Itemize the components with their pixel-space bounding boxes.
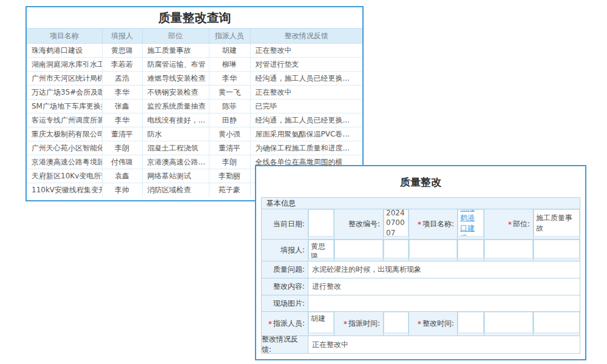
basic-info-section-header: 基本信息 <box>262 198 580 209</box>
reporter-link[interactable]: 李若若 <box>102 58 142 72</box>
form-row-basic: 当前日期: 整改编号: 2024070007 * 项目名称: 珠海鹤港口建设 <box>262 209 580 240</box>
project-name-link[interactable]: SM广场地下车库更换摄像 <box>27 99 102 113</box>
reporter-cell: 黄思璐 <box>308 240 334 261</box>
feedback-text: 对管进行垫支 <box>250 58 362 72</box>
rect-no-label: 整改编号: <box>334 209 384 239</box>
assignee-link[interactable]: 柳琳 <box>209 58 250 72</box>
col-header-part: 部位 <box>142 29 209 44</box>
feedback-text: 正在整改中 <box>250 86 362 99</box>
empty-field[interactable] <box>534 312 580 333</box>
reporter-label: 填报人: <box>262 240 308 261</box>
reporter-link[interactable]: 孟浩 <box>102 72 142 86</box>
assign-time-field[interactable] <box>384 312 409 333</box>
feedback-label: 整改情况反馈: <box>262 336 308 353</box>
project-name-label: * 项目名称: <box>409 209 458 239</box>
assign-time-label: * 指派时间: <box>334 312 384 335</box>
empty-cell <box>458 240 484 261</box>
reporter-link[interactable]: 袁鑫 <box>102 169 142 183</box>
query-table-header-row: 项目名称 填报人 部位 指派人员 整改情况反馈 <box>27 29 362 44</box>
project-name-link[interactable]: 110kV安徽线程集变开断线 <box>27 183 102 197</box>
reporter-link[interactable]: 李华 <box>102 113 142 127</box>
table-row: 广州天心苑小区智能化系统李朗混凝土工程浇筑董清平为确保工程施工质量和进度... <box>27 141 362 155</box>
table-row: 广州市天河区统计局机房改孟浩难燃导线安装检查李华经沟通，施工人员已经更换... <box>27 72 362 86</box>
assignee-link[interactable]: 李华 <box>209 72 250 86</box>
content-field[interactable]: 进行整改 <box>308 278 580 295</box>
table-row: 重庆太极制药有限公司亳州董清平防水黄小强屋面采用聚氨酯保温PVC卷... <box>27 127 362 141</box>
reporter-link[interactable]: 李朗 <box>102 141 142 155</box>
col-header-project: 项目名称 <box>27 29 102 44</box>
project-name-link[interactable]: 京港澳高速公路粤境韶关至 <box>27 155 102 169</box>
assignee-link[interactable]: 董清平 <box>209 141 250 155</box>
form-panel-title: 质量整改 <box>256 166 585 197</box>
photo-field[interactable] <box>308 295 580 311</box>
reporter-link[interactable]: 李华 <box>102 86 142 99</box>
required-marker: * <box>344 320 347 328</box>
assign-time-cell <box>384 312 409 335</box>
assignee-link[interactable]: 黄一飞 <box>209 86 250 99</box>
empty-field[interactable] <box>334 240 383 258</box>
form-row-reporter: 填报人: 黄思璐 <box>262 240 580 261</box>
empty-field[interactable] <box>484 240 533 258</box>
feedback-text: 经沟通，施工人员已经更换... <box>250 72 362 86</box>
part-label: * 部位: <box>484 209 534 239</box>
project-name-link[interactable]: 湖南洞庭湖水库引水工程施 <box>27 58 102 72</box>
reporter-link[interactable]: 李帅 <box>102 183 142 197</box>
assignee-field[interactable]: 胡建 <box>308 312 334 333</box>
reporter-link[interactable]: 张鑫 <box>102 99 142 113</box>
part-text: 难燃导线安装检查 <box>142 72 209 86</box>
project-name-link[interactable]: 重庆太极制药有限公司亳州 <box>27 127 102 141</box>
assignee-link[interactable]: 胡建 <box>209 44 250 58</box>
current-date-field[interactable] <box>308 209 334 237</box>
photo-label: 现场图片: <box>262 295 308 311</box>
empty-cell <box>409 240 458 261</box>
assignee-link[interactable]: 陈菲 <box>209 99 250 113</box>
assignee-cell: 胡建 <box>308 312 334 335</box>
issue-field[interactable]: 水泥砼灌注的时候，出现离析现象 <box>308 261 580 278</box>
current-date-cell <box>308 209 334 239</box>
part-text: 不锈钢安装检查 <box>142 86 209 99</box>
assignee-link[interactable]: 田静 <box>209 113 250 127</box>
project-name-field[interactable]: 珠海鹤港口建设 <box>458 209 484 237</box>
form-row-issue: 质量问题: 水泥砼灌注的时候，出现离析现象 <box>262 261 580 278</box>
part-field[interactable]: 施工质量事故 <box>534 209 580 237</box>
empty-field[interactable] <box>484 312 533 333</box>
reporter-link[interactable]: 付伟璐 <box>102 155 142 169</box>
part-text: 施工质量事故 <box>142 44 209 58</box>
rect-time-field[interactable] <box>458 312 484 333</box>
project-name-cell: 珠海鹤港口建设 <box>458 209 484 239</box>
reporter-link[interactable]: 董清平 <box>102 127 142 141</box>
table-row: 客运专线广州调度所装修项李华电线没有接好，...田静经沟通，施工人员已经更换..… <box>27 113 362 127</box>
empty-field[interactable] <box>409 240 457 258</box>
rect-time-label: * 整改时间: <box>409 312 458 335</box>
empty-field[interactable] <box>384 240 409 258</box>
empty-field[interactable] <box>534 240 580 258</box>
project-name-link[interactable]: 珠海鹤港口建设 <box>27 44 102 58</box>
empty-cell <box>484 240 534 261</box>
project-name-link[interactable]: 广州天心苑小区智能化系统 <box>27 141 102 155</box>
assignee-link[interactable]: 苑子豪 <box>209 183 250 197</box>
feedback-field[interactable]: 正在整改中 <box>308 336 580 353</box>
empty-field[interactable] <box>458 240 484 258</box>
rect-no-field[interactable]: 2024070007 <box>384 209 409 237</box>
project-name-link[interactable]: 客运专线广州调度所装修项 <box>27 113 102 127</box>
feedback-text: 为确保工程施工质量和进度... <box>250 141 362 155</box>
project-name-link[interactable]: 天府新区10Kv变电所安装工 <box>27 169 102 183</box>
project-name-link[interactable]: 珠海鹤港口建设 <box>460 209 481 237</box>
reporter-link[interactable]: 黄思璐 <box>102 44 142 58</box>
assignee-link[interactable]: 李朗 <box>209 155 250 169</box>
col-header-assignee: 指派人员 <box>209 29 250 44</box>
table-row: 万达广场35#会所及咖啡厅李华不锈钢安装检查黄一飞正在整改中 <box>27 86 362 99</box>
assignee-link[interactable]: 黄小强 <box>209 127 250 141</box>
part-text: 防腐管运输、布管 <box>142 58 209 72</box>
table-row: 珠海鹤港口建设黄思璐施工质量事故胡建正在整改中 <box>27 44 362 58</box>
feedback-text: 已完毕 <box>250 99 362 113</box>
project-name-link[interactable]: 广州市天河区统计局机房改 <box>27 72 102 86</box>
required-marker: * <box>508 220 512 229</box>
part-text: 防水 <box>142 127 209 141</box>
assignee-link[interactable]: 李勤丽 <box>209 169 250 183</box>
project-name-link[interactable]: 万达广场35#会所及咖啡厅 <box>27 86 102 99</box>
part-text: 京港澳高速公路... <box>142 155 209 169</box>
col-header-feedback: 整改情况反馈 <box>250 29 362 44</box>
reporter-field[interactable]: 黄思璐 <box>308 240 334 258</box>
feedback-text: 屋面采用聚氨酯保温PVC卷... <box>250 127 362 141</box>
